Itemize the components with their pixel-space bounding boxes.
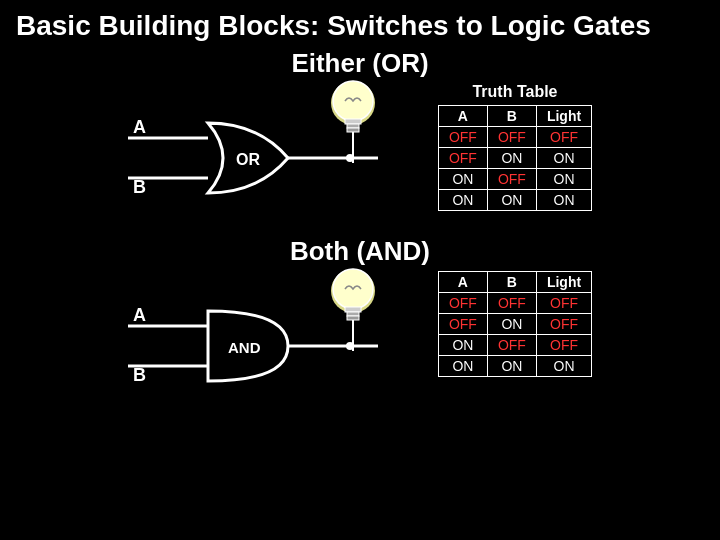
table-cell: ON bbox=[487, 148, 536, 169]
table-cell: OFF bbox=[487, 127, 536, 148]
table-cell: ON bbox=[438, 169, 487, 190]
and-col-b: B bbox=[487, 272, 536, 293]
table-cell: ON bbox=[536, 356, 591, 377]
or-truth-table-label: Truth Table bbox=[438, 83, 592, 101]
or-col-light: Light bbox=[536, 106, 591, 127]
table-cell: ON bbox=[438, 190, 487, 211]
table-cell: OFF bbox=[438, 293, 487, 314]
table-cell: OFF bbox=[438, 127, 487, 148]
table-cell: OFF bbox=[487, 335, 536, 356]
table-cell: ON bbox=[536, 190, 591, 211]
svg-rect-25 bbox=[347, 312, 359, 316]
table-cell: ON bbox=[438, 356, 487, 377]
table-cell: ON bbox=[438, 335, 487, 356]
svg-text:B: B bbox=[133, 177, 146, 197]
svg-rect-10 bbox=[345, 119, 361, 124]
table-cell: OFF bbox=[438, 148, 487, 169]
and-col-a: A bbox=[438, 272, 487, 293]
table-cell: OFF bbox=[438, 314, 487, 335]
or-truth-table: A B Light OFFOFFOFFOFFONONONOFFONONONON bbox=[438, 105, 592, 211]
table-cell: OFF bbox=[487, 169, 536, 190]
svg-rect-26 bbox=[347, 316, 359, 320]
svg-text:AND: AND bbox=[228, 339, 261, 356]
or-col-b: B bbox=[487, 106, 536, 127]
table-cell: ON bbox=[487, 314, 536, 335]
table-cell: OFF bbox=[536, 314, 591, 335]
table-cell: OFF bbox=[536, 335, 591, 356]
table-cell: OFF bbox=[487, 293, 536, 314]
table-cell: ON bbox=[536, 169, 591, 190]
table-cell: ON bbox=[487, 190, 536, 211]
and-truth-table: A B Light OFFOFFOFFOFFONOFFONOFFOFFONONO… bbox=[438, 271, 592, 377]
svg-text:A: A bbox=[133, 305, 146, 325]
or-gate-diagram: A B OR bbox=[128, 83, 428, 228]
svg-rect-11 bbox=[347, 124, 359, 128]
svg-text:B: B bbox=[133, 365, 146, 385]
svg-text:A: A bbox=[133, 117, 146, 137]
svg-rect-24 bbox=[345, 307, 361, 312]
and-gate-diagram: A B AND bbox=[128, 271, 428, 416]
svg-rect-12 bbox=[347, 128, 359, 132]
or-truth-table-container: Truth Table A B Light OFFOFFOFFOFFONONON… bbox=[438, 83, 592, 211]
table-cell: ON bbox=[536, 148, 591, 169]
page-title: Basic Building Blocks: Switches to Logic… bbox=[0, 0, 720, 48]
and-col-light: Light bbox=[536, 272, 591, 293]
table-cell: OFF bbox=[536, 293, 591, 314]
table-cell: ON bbox=[487, 356, 536, 377]
or-col-a: A bbox=[438, 106, 487, 127]
svg-text:OR: OR bbox=[236, 151, 260, 168]
table-cell: OFF bbox=[536, 127, 591, 148]
and-truth-table-container: A B Light OFFOFFOFFOFFONOFFONOFFOFFONONO… bbox=[438, 271, 592, 377]
